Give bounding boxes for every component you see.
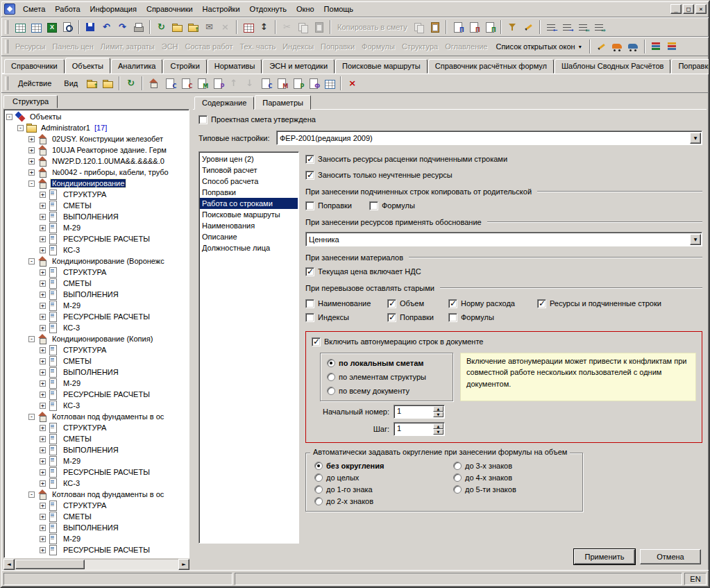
- cut-button[interactable]: ✂: [279, 19, 295, 35]
- basis-combobox[interactable]: Ценника ▼: [305, 232, 702, 246]
- props-blue-button[interactable]: П: [450, 19, 466, 35]
- tree-item[interactable]: +№0042 - приборы, кабели, трубо: [6, 167, 189, 178]
- normative-books-button[interactable]: [664, 39, 680, 54]
- recall-naimenovanie-checkbox[interactable]: Наименование: [305, 298, 387, 309]
- preview-button[interactable]: [60, 19, 76, 35]
- tree-expander-icon[interactable]: +: [40, 469, 46, 476]
- nav-sposob-rascheta[interactable]: Способ расчета: [200, 176, 298, 187]
- level-last-button[interactable]: ⇒: [591, 19, 607, 35]
- scroll-track[interactable]: [15, 559, 178, 570]
- copy-popravki-checkbox[interactable]: Поправки: [305, 200, 369, 211]
- autonum-enable-checkbox[interactable]: Включить автонумерацию строк в документе: [312, 336, 483, 347]
- tree-expander-icon[interactable]: +: [40, 547, 46, 553]
- new-rr-doc-button[interactable]: Р: [210, 76, 226, 91]
- esn-button[interactable]: ЭСН: [158, 42, 182, 51]
- nav-rabota-so-strokami[interactable]: Работа со строками: [200, 198, 298, 209]
- scroll-left-button[interactable]: ◄: [3, 559, 15, 570]
- tree-item[interactable]: +М-29: [6, 533, 189, 544]
- round-do-5-znakov-radio[interactable]: до 5-ти знаков: [453, 484, 577, 495]
- menu-pomoshch[interactable]: Помощь: [319, 3, 359, 15]
- tree-item[interactable]: +СМЕТЫ: [6, 278, 189, 289]
- start-number-value[interactable]: 1: [394, 405, 432, 418]
- tree-expander-icon[interactable]: +: [40, 514, 46, 520]
- round-do-1-znaka-radio[interactable]: до 1-го знака: [314, 484, 453, 495]
- car-button[interactable]: [625, 39, 641, 54]
- basis-dropdown-icon[interactable]: ▼: [690, 234, 701, 245]
- tree-item[interactable]: +ВЫПОЛНЕНИЯ: [6, 367, 189, 378]
- resursy-button[interactable]: Ресурсы: [12, 42, 49, 51]
- new-structure-doc-button[interactable]: С: [162, 76, 178, 91]
- tree-item[interactable]: +02USY. Конструкции железобет: [6, 133, 189, 144]
- start-number-down-button[interactable]: ▼: [433, 412, 443, 417]
- tree-item[interactable]: -Administrator1[17]: [6, 122, 189, 133]
- tree-item[interactable]: +СМЕТЫ: [6, 433, 189, 444]
- tree-item[interactable]: +РЕСУРСНЫЕ РАСЧЕТЫ: [6, 389, 189, 400]
- tree-expander-icon[interactable]: +: [40, 325, 46, 331]
- tree-item[interactable]: +ВЫПОЛНЕНИЯ: [6, 522, 189, 533]
- tree-item[interactable]: -Объекты: [6, 111, 189, 122]
- truck-button[interactable]: [609, 39, 625, 54]
- new-smeta-doc-button[interactable]: С: [178, 76, 194, 91]
- open-f3-doc-button[interactable]: Ф: [305, 76, 321, 91]
- tab-analitika[interactable]: Аналитика: [111, 59, 162, 74]
- open-rr-doc-button[interactable]: Р: [289, 76, 305, 91]
- tree-expander-icon[interactable]: +: [40, 525, 46, 531]
- tab-parametry[interactable]: Параметры: [255, 95, 311, 110]
- mail-button[interactable]: ✉: [201, 19, 217, 35]
- tree-item[interactable]: +РЕСУРСНЫЕ РАСЧЕТЫ: [6, 311, 189, 322]
- tree-item[interactable]: +СМЕТЫ: [6, 200, 189, 211]
- project-approved-checkbox[interactable]: Проектная смета утверждена: [198, 114, 316, 125]
- limit-zatraty-button[interactable]: Лимит, затраты: [97, 42, 158, 51]
- nav-opisanie[interactable]: Описание: [200, 231, 298, 242]
- tree-expander-icon[interactable]: +: [40, 358, 46, 364]
- tree-item[interactable]: +СТРУКТУРА: [6, 422, 189, 433]
- tree-expander-icon[interactable]: -: [28, 492, 35, 498]
- autonum-po-elementam-struktury-radio[interactable]: по элементам структуры: [327, 371, 446, 383]
- tree-item[interactable]: +КС-3: [6, 478, 189, 489]
- preset-dropdown-icon[interactable]: ▼: [690, 133, 701, 144]
- step-up-button[interactable]: ▲: [433, 423, 443, 429]
- step-down-button[interactable]: ▼: [433, 429, 443, 435]
- level-right-button[interactable]: →: [559, 19, 575, 35]
- level-first-button[interactable]: ⇐: [575, 19, 591, 35]
- start-number-spinner[interactable]: 1 ▲ ▼: [394, 405, 445, 419]
- tree-expander-icon[interactable]: +: [40, 536, 46, 542]
- nds-checkbox[interactable]: Текущая цена включает НДС: [305, 266, 421, 277]
- copy-to-smeta-doc-button[interactable]: [411, 19, 427, 35]
- open-smeta-doc-button[interactable]: С: [257, 76, 273, 91]
- nav-dolzhnostnye-litsa[interactable]: Должностные лица: [200, 242, 298, 253]
- tree-expander-icon[interactable]: -: [17, 125, 24, 131]
- redo-button[interactable]: ↷: [115, 19, 130, 35]
- recall-popravki-checkbox[interactable]: Поправки: [387, 312, 448, 323]
- round-bez-okrugleniya-radio[interactable]: без округления: [314, 460, 453, 471]
- tree-item[interactable]: -Котлован под фундаменты в ос: [6, 411, 189, 422]
- sort-button[interactable]: ↕: [256, 19, 272, 35]
- zanosit-resursy-checkbox[interactable]: Заносить ресурсы расценки подчиненными с…: [305, 153, 702, 165]
- props-red-button[interactable]: П: [466, 19, 482, 35]
- minimize-button[interactable]: _: [670, 4, 682, 14]
- menu-nastroyki[interactable]: Настройки: [198, 3, 245, 15]
- tree-expander-icon[interactable]: +: [40, 403, 46, 409]
- tree-item[interactable]: +10UJA Реакторное здание. Герм: [6, 144, 189, 156]
- nav-naimenovaniya[interactable]: Наименования: [200, 220, 298, 231]
- tree-item[interactable]: +СМЕТЫ: [6, 355, 189, 367]
- refresh-button[interactable]: ↻: [123, 76, 139, 91]
- oglavlenie-button[interactable]: Оглавление: [441, 42, 491, 51]
- tree-item[interactable]: +NW2P.D.120.1.0UMA&&.&&&&.0: [6, 156, 189, 167]
- recall-normu-raskhoda-checkbox[interactable]: Норму расхода: [448, 298, 537, 309]
- tree-expander-icon[interactable]: +: [40, 303, 46, 309]
- tab-soderzhanie[interactable]: Содержание: [194, 96, 254, 110]
- tree-expander-icon[interactable]: +: [40, 392, 46, 398]
- tree-expander-icon[interactable]: +: [40, 225, 46, 231]
- tree-expander-icon[interactable]: +: [40, 447, 46, 453]
- tree-expander-icon[interactable]: +: [40, 480, 46, 487]
- struktura-button[interactable]: Структура: [398, 42, 441, 51]
- table-view-button[interactable]: [321, 76, 337, 91]
- tree-item[interactable]: +М-29: [6, 300, 189, 311]
- menu-okno[interactable]: Окно: [291, 3, 319, 15]
- tree-item[interactable]: +КС-3: [6, 244, 189, 255]
- panel-tsen-button[interactable]: Панель цен: [49, 42, 96, 51]
- tree-item[interactable]: -Котлован под фундаменты в ос: [6, 489, 189, 500]
- tree-item[interactable]: +ВЫПОЛНЕНИЯ: [6, 289, 189, 300]
- nav-tipovoy-raschet[interactable]: Типовой расчет: [200, 165, 298, 176]
